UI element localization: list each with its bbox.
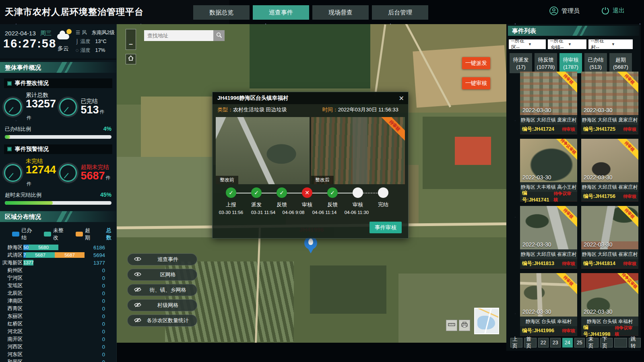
weather-block: 2022-04-13 周三 16:27:58 多云 ☰风东南风2级 ⌡温度13°…	[0, 24, 116, 60]
step-timestamp: 03-30 11:56	[214, 210, 248, 215]
step-timestamp: 04-06 9:08	[277, 210, 310, 215]
tab-to-review[interactable]: 待审核(1787)	[559, 53, 582, 73]
event-card[interactable]: 待审核 2022-03-30 静海区 台头镇 幸福村 编号:JH41996待审核	[520, 273, 577, 336]
region-row: 武清区 756875687 5694	[0, 251, 116, 259]
event-status: 待审核	[623, 126, 636, 132]
tab-closed[interactable]: 已办结(513)	[584, 53, 607, 73]
search-icon	[216, 32, 222, 39]
village-select[interactable]: --所在村--▼	[588, 39, 633, 49]
status-ribbon: 待争议审核	[613, 273, 638, 298]
timeline-step: ✓ 上报	[218, 187, 244, 208]
event-thumbnail: 待争议审核 2022-03-30	[520, 139, 577, 182]
pending-review-ribbon: 待审核	[377, 117, 405, 144]
status-ribbon: 待争议审核	[551, 139, 577, 163]
layer-toggle-agri-stats[interactable]: 各涉农区数量统计	[127, 315, 197, 327]
event-map-marker[interactable]: JH41996	[303, 237, 319, 259]
warning-subheader: 事件预警情况	[4, 144, 112, 154]
event-thumbnail: 待审核 2022-03-30	[581, 139, 638, 182]
rectify-subheader: 事件整改情况	[4, 78, 112, 88]
event-date: 2022-03-30	[522, 241, 551, 248]
pending-dot-icon	[378, 187, 388, 198]
eye-slash-icon	[134, 302, 141, 309]
done-ratio-progressbar	[5, 135, 111, 139]
step-timestamp: 03-31 11:54	[246, 210, 280, 215]
region-row: 北辰区0	[0, 290, 116, 297]
region-row: 宝坻区0	[0, 282, 116, 290]
page-jump-input[interactable]	[614, 338, 627, 348]
after-image[interactable]: 待审核 整改后	[311, 117, 405, 184]
satellite-map[interactable]: − 一键派发 一键审核 巡查事件 区网格 街、镇、乡网格	[117, 24, 506, 343]
event-review-button[interactable]: 事件审核	[369, 222, 402, 233]
tab-admin[interactable]: 后台管理	[372, 5, 428, 20]
map-field-patch	[310, 265, 386, 314]
first-page-button[interactable]: 首页	[524, 338, 536, 348]
print-tool-button[interactable]	[459, 320, 470, 331]
tab-to-dispatch[interactable]: 待派发(17)	[510, 53, 532, 73]
region-row: 蓟州区0	[0, 267, 116, 274]
event-card[interactable]: 待审核 2022-03-30 静海区 大邱庄镇 崔家庄村 编号:JH41814待…	[581, 206, 638, 269]
eye-icon	[134, 257, 141, 263]
close-icon[interactable]: ✕	[399, 95, 404, 102]
humidity-row: ◌湿度17%	[76, 46, 115, 55]
status-filter-tabs: 待派发(17) 待反馈(10778) 待审核(1787) 已办结(513) 超期…	[510, 53, 639, 73]
page-25-button[interactable]: 25	[574, 338, 585, 348]
event-card[interactable]: 待争议审核 2022-03-30 静海区 大丰堆镇 高小王村 编号:JH4174…	[520, 139, 577, 202]
logout-button[interactable]: 退出	[601, 6, 625, 14]
overview-minimap[interactable]	[474, 308, 499, 334]
legend-undone: 未整改	[44, 227, 68, 241]
map-home-button[interactable]	[126, 54, 136, 64]
page-24-button[interactable]: 24	[562, 338, 573, 348]
region-row: 静海区 505680 6186	[0, 244, 116, 251]
tab-field-inspection[interactable]: 现场督查	[312, 5, 369, 20]
township-select[interactable]: --所在乡镇--▼	[548, 39, 586, 49]
region-row: 河北区0	[0, 328, 116, 335]
tab-to-feedback[interactable]: 待反馈(10778)	[535, 53, 557, 73]
event-card[interactable]: 待审核 2022-03-30 静海区 大邱庄镇 崔家庄村 编号:JH41756待…	[581, 139, 638, 202]
prev-page-button[interactable]: 上页	[510, 338, 522, 348]
event-status: 待审核	[623, 193, 636, 200]
layer-toggle-town-grid[interactable]: 街、镇、乡网格	[127, 284, 197, 296]
rectify-gauges: 累计总数 13257件 已完结 513件	[4, 92, 114, 122]
before-image[interactable]: 整改前	[216, 117, 310, 184]
one-key-review-button[interactable]: 一键审核	[462, 77, 490, 89]
search-input[interactable]	[144, 30, 213, 41]
map-zoom-control[interactable]: −	[126, 29, 136, 50]
logout-label: 退出	[613, 7, 625, 14]
tab-data-overview[interactable]: 数据总览	[193, 5, 250, 20]
eye-slash-icon	[134, 318, 141, 324]
measure-tool-button[interactable]	[446, 320, 457, 331]
region-row: 红桥区0	[0, 320, 116, 328]
map-field-patch	[250, 24, 370, 88]
tab-patrol-events[interactable]: 巡查事件	[253, 5, 309, 20]
step-timestamp: 04-06 11:14	[308, 210, 341, 215]
event-id: 编号:JH41814	[583, 260, 615, 267]
event-id: 编号:JH41725	[583, 126, 615, 133]
event-card[interactable]: 待审核 2022-03-30 静海区 大邱庄镇 庞家庄村 编号:JH41724待…	[520, 72, 577, 134]
jump-button[interactable]: 跳转	[629, 338, 641, 348]
event-card[interactable]: 待争议审核 2022-03-30 静海区 台头镇 幸福村 编号:JH41998待…	[581, 273, 638, 336]
step-timestamp: 04-06 11:30	[340, 210, 374, 215]
last-page-button[interactable]: 末页	[586, 338, 599, 348]
evidence-images: 整改前 待审核 整改后	[213, 115, 408, 184]
next-page-button[interactable]: 下页	[600, 338, 612, 348]
one-key-dispatch-button[interactable]: 一键派发	[462, 57, 490, 69]
layer-toggle-district-grid[interactable]: 区网格	[127, 269, 197, 281]
time-label: 时间：	[322, 106, 338, 113]
weather-details: ☰风东南风2级 ⌡温度13°C ◌湿度17%	[76, 28, 115, 55]
event-card[interactable]: 待审核 2022-03-30 静海区 大邱庄镇 庞家庄村 编号:JH41725待…	[581, 72, 638, 134]
district-select[interactable]: --所在区--▼	[509, 39, 546, 49]
status-ribbon: 待审核	[551, 273, 577, 298]
layer-toggle-patrol-events[interactable]: 巡查事件	[127, 253, 197, 265]
tab-overdue[interactable]: 超期(5687)	[609, 53, 632, 73]
search-button[interactable]	[213, 30, 225, 41]
overdue-gauge: 超期未完结 5687件	[59, 158, 114, 188]
zoom-out-button[interactable]: −	[129, 40, 133, 49]
timeline-step: 完结	[370, 187, 396, 208]
layer-toggle-village-grid[interactable]: 村级网格	[127, 299, 197, 311]
page-23-button[interactable]: 23	[550, 338, 561, 348]
event-card[interactable]: 待审核 2022-03-30 静海区 大邱庄镇 崔家庄村 编号:JH41813待…	[520, 206, 577, 269]
app-root: 天津市农村人居环境整治管理平台 数据总览 巡查事件 现场督查 后台管理 管理员 …	[0, 0, 644, 362]
page-22-button[interactable]: 22	[538, 338, 549, 348]
user-menu[interactable]: 管理员	[549, 6, 580, 15]
event-thumbnail: 待审核 2022-03-30	[581, 206, 638, 249]
